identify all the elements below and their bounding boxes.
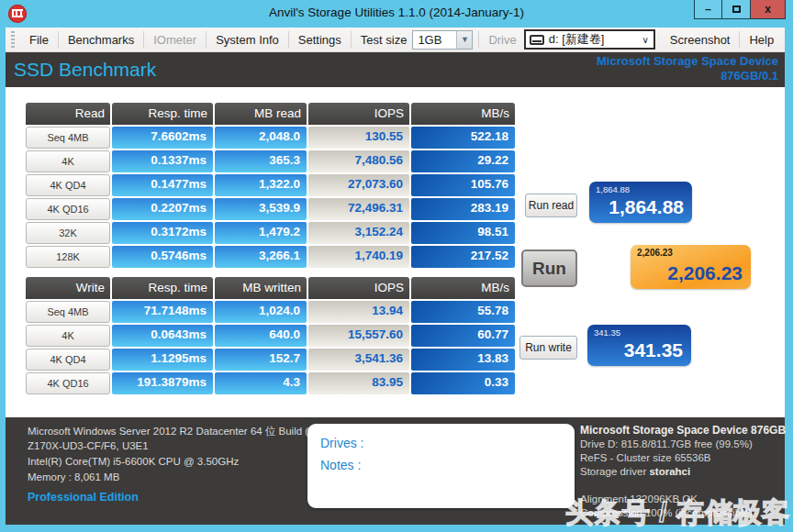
menu-file[interactable]: File [20, 29, 58, 50]
cpu-info: Intel(R) Core(TM) i5-6600K CPU @ 3.50GHz [28, 456, 239, 467]
column-header: IOPS [308, 277, 409, 299]
column-header: Resp. time [112, 277, 213, 299]
mb-cell: 365.3 [215, 150, 307, 172]
column-header: Read [26, 103, 110, 125]
column-header: Write [26, 277, 110, 299]
resp-time-cell: 0.2207ms [112, 198, 213, 220]
read-benchmark-table: Read Resp. time MB read IOPS MB/s Seq 4M… [26, 103, 515, 268]
window-title: Anvil's Storage Utilities 1.1.0 (2014-Ja… [0, 6, 793, 19]
row-label: 32K [26, 222, 110, 244]
mb-cell: 3,266.1 [215, 246, 307, 268]
write-score-small: 341.35 [594, 327, 620, 338]
mbs-cell: 217.52 [411, 246, 515, 268]
menu-settings[interactable]: Settings [289, 29, 351, 50]
drive-free-info: Drive D: 815.8/811.7GB free (99.5%) [580, 438, 753, 449]
total-score-value: 2,206.23 [667, 262, 743, 284]
storage-driver-label: Storage driver [580, 466, 646, 477]
menu-system-info[interactable]: System Info [207, 29, 288, 50]
test-size-value: 1GB [413, 33, 456, 47]
resp-time-cell: 0.0643ms [112, 325, 213, 347]
run-read-button[interactable]: Run read [525, 194, 577, 217]
mb-cell: 1,024.0 [215, 301, 307, 323]
write-score-value: 341.35 [624, 339, 683, 361]
total-score-small: 2,206.23 [637, 248, 673, 258]
iops-cell: 83.95 [308, 372, 409, 394]
device-title: Microsoft Storage Space Device 876GB [580, 424, 786, 437]
resp-time-cell: 0.3172ms [112, 222, 213, 244]
menu-benchmarks[interactable]: Benchmarks [59, 29, 143, 50]
mbs-cell: 522.18 [411, 127, 515, 149]
drives-notes-box[interactable]: Drives : Notes : [307, 424, 575, 508]
motherboard-info: Z170X-UD3-CF/F6, U3E1 [28, 440, 149, 451]
mb-cell: 1,322.0 [215, 174, 307, 196]
resp-time-cell: 7.6602ms [112, 127, 213, 149]
menu-screenshot[interactable]: Screenshot [661, 29, 740, 50]
drive-label: Drive [479, 29, 521, 50]
drive-select[interactable]: d: [新建卷] ∨ [524, 29, 655, 50]
mbs-cell: 13.83 [411, 349, 515, 371]
column-header: Resp. time [112, 103, 213, 125]
minimize-icon: – [705, 3, 711, 16]
write-benchmark-table: Write Resp. time MB written IOPS MB/s Se… [26, 277, 515, 394]
mbs-cell: 283.19 [411, 198, 515, 220]
row-label: Seq 4MB [26, 301, 110, 323]
filesystem-info: ReFS - Cluster size 65536B [580, 452, 711, 463]
row-label: 4K QD4 [26, 174, 110, 196]
chevron-down-icon[interactable]: ▼ [456, 31, 472, 49]
device-name-header: Microsoft Storage Space Device 876GB/0.1 [597, 54, 778, 83]
caption-buttons: – x [694, 0, 786, 19]
mb-cell: 152.7 [215, 349, 307, 371]
iops-cell: 3,152.24 [308, 222, 409, 244]
menu-iometer: IOmeter [144, 29, 206, 50]
device-name-line1: Microsoft Storage Space Device [597, 54, 778, 69]
close-icon: x [765, 3, 771, 16]
menu-help[interactable]: Help [740, 29, 783, 50]
title-bar[interactable]: Anvil's Storage Utilities 1.1.0 (2014-Ja… [0, 0, 793, 28]
iops-cell: 3,541.36 [308, 349, 409, 371]
run-button[interactable]: Run [521, 249, 577, 287]
mb-cell: 4.3 [215, 372, 307, 394]
close-button[interactable]: x [751, 0, 786, 19]
drives-label: Drives : [320, 436, 363, 450]
toolbar-grip[interactable] [11, 31, 15, 48]
mbs-cell: 0.33 [411, 372, 515, 394]
resp-time-cell: 1.1295ms [112, 349, 213, 371]
iops-cell: 1,740.19 [308, 246, 409, 268]
iops-cell: 72,496.31 [308, 198, 409, 220]
resp-time-cell: 191.3879ms [112, 372, 213, 394]
minimize-button[interactable]: – [694, 0, 722, 19]
client-area: File Benchmarks IOmeter System Info Sett… [6, 28, 785, 525]
iops-cell: 13.94 [308, 301, 409, 323]
total-score-box: 2,206.23 2,206.23 [631, 245, 751, 289]
drive-icon [530, 35, 544, 45]
iops-cell: 27,073.60 [308, 174, 409, 196]
row-label: 4K QD16 [26, 198, 110, 220]
mbs-cell: 60.77 [411, 325, 515, 347]
resp-time-cell: 0.1477ms [112, 174, 213, 196]
mbs-cell: 29.22 [411, 150, 515, 172]
os-info: Microsoft Windows Server 2012 R2 Datacen… [28, 425, 326, 438]
benchmark-content: Read Resp. time MB read IOPS MB/s Seq 4M… [6, 87, 785, 417]
mbs-cell: 55.78 [411, 301, 515, 323]
mb-cell: 640.0 [215, 325, 307, 347]
resp-time-cell: 0.1337ms [112, 150, 213, 172]
maximize-icon [732, 6, 741, 13]
column-header: MB/s [411, 103, 515, 125]
iops-cell: 15,557.60 [308, 325, 409, 347]
maximize-button[interactable] [722, 0, 751, 19]
memory-info: Memory : 8,061 MB [28, 471, 119, 482]
watermark: 头条号 / 存储极客 [565, 494, 790, 532]
test-size-select[interactable]: 1GB ▼ [412, 30, 473, 50]
page-title: SSD Benchmark [14, 59, 156, 81]
edition-link[interactable]: Professional Edition [28, 491, 139, 504]
mbs-cell: 105.76 [411, 174, 515, 196]
iops-cell: 7,480.56 [308, 150, 409, 172]
mb-cell: 3,539.9 [215, 198, 307, 220]
row-label: Seq 4MB [26, 127, 110, 149]
run-write-button[interactable]: Run write [519, 336, 577, 360]
column-header: MB written [215, 277, 307, 299]
mb-cell: 2,048.0 [215, 127, 307, 149]
read-score-small: 1,864.88 [596, 184, 630, 194]
row-label: 4K [26, 325, 110, 347]
row-label: 128K [26, 246, 110, 268]
